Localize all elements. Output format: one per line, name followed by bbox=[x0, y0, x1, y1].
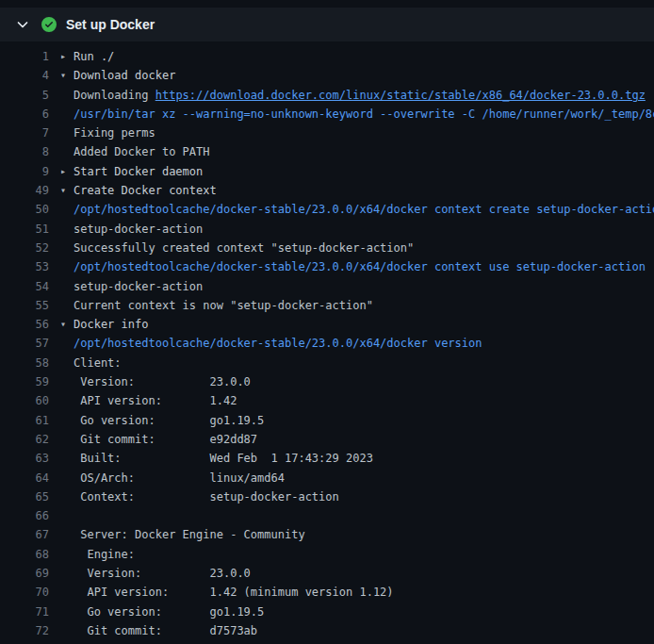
group-expanded-icon[interactable]: ▾ bbox=[60, 66, 74, 85]
log-text: Context: setup-docker-action bbox=[74, 487, 339, 506]
log-text: Downloading bbox=[74, 89, 155, 102]
line-number[interactable]: 71 bbox=[8, 603, 49, 621]
line-number[interactable]: 4 bbox=[8, 66, 49, 85]
marker-spacer bbox=[60, 583, 74, 602]
log-group-row[interactable]: 49▾Create Docker context bbox=[0, 181, 654, 200]
log-text: Git commit: d7573ab bbox=[74, 621, 257, 640]
log-command-text: /opt/hostedtoolcache/docker-stable/23.0.… bbox=[74, 334, 482, 353]
line-number[interactable]: 61 bbox=[8, 411, 49, 430]
log-group-row[interactable]: 1▸Run ./ bbox=[0, 47, 654, 66]
group-expanded-icon[interactable]: ▾ bbox=[60, 315, 74, 334]
line-number[interactable]: 62 bbox=[8, 430, 49, 449]
log-row: 8Added Docker to PATH bbox=[0, 142, 654, 161]
log-text: Version: 23.0.0 bbox=[74, 372, 251, 391]
log-row: 66 bbox=[0, 506, 654, 525]
line-number[interactable]: 5 bbox=[8, 86, 49, 105]
group-expanded-icon[interactable]: ▾ bbox=[60, 181, 74, 200]
log-command-text: /opt/hostedtoolcache/docker-stable/23.0.… bbox=[74, 257, 646, 276]
marker-spacer bbox=[60, 239, 74, 257]
line-number[interactable]: 51 bbox=[8, 220, 49, 239]
log-row: 54setup-docker-action bbox=[0, 277, 654, 296]
line-number[interactable]: 56 bbox=[8, 315, 49, 334]
line-number[interactable]: 8 bbox=[8, 142, 49, 161]
log-text: Docker info bbox=[74, 315, 148, 334]
group-collapsed-icon[interactable]: ▸ bbox=[60, 162, 74, 181]
line-number[interactable]: 72 bbox=[8, 621, 49, 640]
log-row: 58Client: bbox=[0, 354, 654, 372]
log-row: 68 Engine: bbox=[0, 545, 654, 564]
marker-spacer bbox=[60, 257, 74, 276]
log-row: 57/opt/hostedtoolcache/docker-stable/23.… bbox=[0, 334, 654, 353]
line-number[interactable]: 7 bbox=[8, 124, 49, 142]
log-link[interactable]: https://download.docker.com/linux/static… bbox=[155, 89, 646, 102]
line-number[interactable]: 68 bbox=[8, 545, 49, 564]
marker-spacer bbox=[60, 469, 74, 487]
marker-spacer bbox=[60, 621, 74, 640]
log-text: Start Docker daemon bbox=[74, 162, 203, 181]
log-row: 51setup-docker-action bbox=[0, 220, 654, 239]
marker-spacer bbox=[60, 603, 74, 621]
marker-spacer bbox=[60, 354, 74, 372]
line-number[interactable]: 9 bbox=[8, 162, 49, 181]
log-text: API version: 1.42 bbox=[74, 391, 237, 410]
marker-spacer bbox=[60, 296, 74, 315]
marker-spacer bbox=[60, 545, 74, 564]
log-command-text: /opt/hostedtoolcache/docker-stable/23.0.… bbox=[74, 200, 654, 219]
marker-spacer bbox=[60, 506, 74, 525]
line-number[interactable]: 6 bbox=[8, 105, 49, 124]
log-text: Server: Docker Engine - Community bbox=[74, 525, 305, 544]
line-number[interactable]: 54 bbox=[8, 277, 49, 296]
log-row: 53/opt/hostedtoolcache/docker-stable/23.… bbox=[0, 257, 654, 276]
line-number[interactable]: 60 bbox=[8, 391, 49, 410]
log-text: Version: 23.0.0 bbox=[74, 564, 251, 583]
step-title: Set up Docker bbox=[66, 17, 155, 32]
marker-spacer bbox=[60, 200, 74, 219]
line-number[interactable]: 63 bbox=[8, 449, 49, 468]
line-number[interactable]: 58 bbox=[8, 354, 49, 372]
log-text: Client: bbox=[74, 354, 122, 372]
log-row: 55Current context is now "setup-docker-a… bbox=[0, 296, 654, 315]
marker-spacer bbox=[60, 525, 74, 544]
marker-spacer bbox=[60, 411, 74, 430]
step-header[interactable]: Set up Docker bbox=[0, 8, 654, 41]
line-number[interactable]: 52 bbox=[8, 239, 49, 257]
line-number[interactable]: 64 bbox=[8, 469, 49, 487]
marker-spacer bbox=[60, 449, 74, 468]
chevron-down-icon[interactable] bbox=[15, 17, 30, 32]
line-number[interactable]: 50 bbox=[8, 200, 49, 219]
log-group-row[interactable]: 56▾Docker info bbox=[0, 315, 654, 334]
line-number[interactable]: 59 bbox=[8, 372, 49, 391]
log-text: Go version: go1.19.5 bbox=[74, 411, 264, 430]
line-number[interactable]: 55 bbox=[8, 296, 49, 315]
log-row: 65 Context: setup-docker-action bbox=[0, 487, 654, 506]
marker-spacer bbox=[60, 277, 74, 296]
log-group-row[interactable]: 9▸Start Docker daemon bbox=[0, 162, 654, 181]
line-number[interactable]: 70 bbox=[8, 583, 49, 602]
line-number[interactable]: 67 bbox=[8, 525, 49, 544]
log-row: 70 API version: 1.42 (minimum version 1.… bbox=[0, 583, 654, 602]
line-number[interactable]: 49 bbox=[8, 181, 49, 200]
line-number[interactable]: 53 bbox=[8, 257, 49, 276]
group-collapsed-icon[interactable]: ▸ bbox=[60, 47, 74, 66]
log-group-row[interactable]: 4▾Download docker bbox=[0, 66, 654, 85]
line-number[interactable]: 69 bbox=[8, 564, 49, 583]
log-row: 61 Go version: go1.19.5 bbox=[0, 411, 654, 430]
marker-spacer bbox=[60, 487, 74, 506]
log-text: Go version: go1.19.5 bbox=[74, 603, 264, 621]
log-row: 6/usr/bin/tar xz --warning=no-unknown-ke… bbox=[0, 105, 654, 124]
log-lines: 1▸Run ./4▾Download docker5Downloading ht… bbox=[0, 47, 654, 640]
log-text: Git commit: e92dd87 bbox=[74, 430, 257, 449]
log-row: 60 API version: 1.42 bbox=[0, 391, 654, 410]
marker-spacer bbox=[60, 105, 74, 124]
log-row: 50/opt/hostedtoolcache/docker-stable/23.… bbox=[0, 200, 654, 219]
log-text: Run ./ bbox=[74, 47, 114, 66]
log-text: setup-docker-action bbox=[74, 220, 203, 239]
line-number[interactable]: 1 bbox=[8, 47, 49, 66]
log-row: 64 OS/Arch: linux/amd64 bbox=[0, 469, 654, 487]
line-number[interactable]: 66 bbox=[8, 506, 49, 525]
marker-spacer bbox=[60, 86, 74, 105]
line-number[interactable]: 57 bbox=[8, 334, 49, 353]
line-number[interactable]: 65 bbox=[8, 487, 49, 506]
log-text: Added Docker to PATH bbox=[74, 142, 210, 161]
log-text: Create Docker context bbox=[74, 181, 217, 200]
